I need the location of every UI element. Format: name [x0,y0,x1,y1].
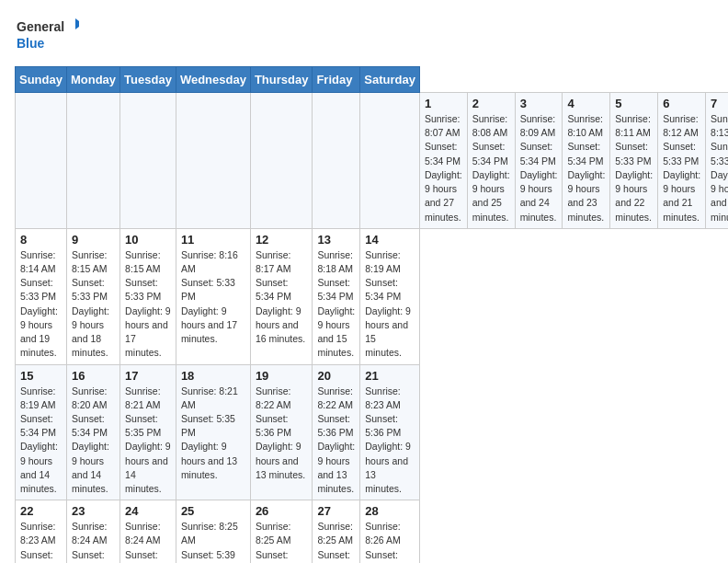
day-number: 19 [256,369,308,383]
calendar-cell: 19Sunrise: 8:22 AMSunset: 5:36 PMDayligh… [250,364,313,500]
calendar-cell [360,93,420,229]
calendar-cell: 18Sunrise: 8:21 AMSunset: 5:35 PMDayligh… [176,364,250,500]
calendar-week-row: 15Sunrise: 8:19 AMSunset: 5:34 PMDayligh… [16,364,729,500]
day-number: 15 [20,369,62,383]
day-number: 2 [472,97,510,110]
calendar-week-row: 1Sunrise: 8:07 AMSunset: 5:34 PMDaylight… [16,93,729,229]
calendar-cell: 8Sunrise: 8:14 AMSunset: 5:33 PMDaylight… [16,228,67,364]
calendar-header-friday: Friday [313,67,360,93]
calendar-cell: 26Sunrise: 8:25 AMSunset: 5:39 PMDayligh… [250,500,313,563]
logo-icon: General Blue [15,15,79,55]
day-number: 4 [567,97,605,110]
day-info: Sunrise: 8:14 AMSunset: 5:33 PMDaylight:… [20,248,62,361]
calendar-cell: 22Sunrise: 8:23 AMSunset: 5:37 PMDayligh… [16,500,67,563]
day-number: 23 [72,504,115,518]
calendar-cell [66,93,119,229]
day-number: 21 [365,369,415,383]
calendar-cell: 9Sunrise: 8:15 AMSunset: 5:33 PMDaylight… [66,228,119,364]
day-info: Sunrise: 8:24 AMSunset: 5:37 PMDaylight:… [72,520,115,563]
calendar-cell: 21Sunrise: 8:23 AMSunset: 5:36 PMDayligh… [360,364,420,500]
day-info: Sunrise: 8:26 AMSunset: 5:41 PMDaylight:… [365,520,415,563]
day-info: Sunrise: 8:08 AMSunset: 5:34 PMDaylight:… [472,112,510,224]
day-number: 14 [365,233,415,247]
day-number: 27 [317,504,355,518]
calendar-header-saturday: Saturday [360,67,420,93]
day-info: Sunrise: 8:16 AMSunset: 5:33 PMDaylight:… [181,248,245,347]
calendar-cell [176,93,250,229]
day-info: Sunrise: 8:13 AMSunset: 5:33 PMDaylight:… [711,112,728,224]
day-info: Sunrise: 8:11 AMSunset: 5:33 PMDaylight:… [615,112,653,224]
day-number: 17 [125,369,171,383]
calendar-cell: 7Sunrise: 8:13 AMSunset: 5:33 PMDaylight… [706,93,728,229]
calendar-cell [16,93,67,229]
day-info: Sunrise: 8:25 AMSunset: 5:40 PMDaylight:… [317,520,355,563]
day-number: 20 [317,369,355,383]
day-info: Sunrise: 8:09 AMSunset: 5:34 PMDaylight:… [520,112,558,224]
calendar-header-tuesday: Tuesday [120,67,176,93]
calendar-week-row: 8Sunrise: 8:14 AMSunset: 5:33 PMDaylight… [16,228,729,364]
page-header: General Blue [15,15,713,55]
day-number: 10 [125,233,171,247]
calendar-header-monday: Monday [66,67,119,93]
calendar-cell: 27Sunrise: 8:25 AMSunset: 5:40 PMDayligh… [313,500,360,563]
calendar-cell: 24Sunrise: 8:24 AMSunset: 5:38 PMDayligh… [120,500,176,563]
calendar-cell: 14Sunrise: 8:19 AMSunset: 5:34 PMDayligh… [360,228,420,364]
svg-text:General: General [17,19,64,34]
calendar-header-sunday: Sunday [16,67,67,93]
day-info: Sunrise: 8:22 AMSunset: 5:36 PMDaylight:… [256,385,308,483]
calendar-cell: 25Sunrise: 8:25 AMSunset: 5:39 PMDayligh… [176,500,250,563]
calendar-cell [120,93,176,229]
day-number: 28 [365,504,415,518]
day-number: 7 [711,97,728,110]
day-info: Sunrise: 8:24 AMSunset: 5:38 PMDaylight:… [125,520,171,563]
calendar-cell: 11Sunrise: 8:16 AMSunset: 5:33 PMDayligh… [176,228,250,364]
day-number: 9 [72,233,115,247]
day-number: 8 [20,233,62,247]
calendar-cell: 20Sunrise: 8:22 AMSunset: 5:36 PMDayligh… [313,364,360,500]
day-number: 1 [425,97,462,110]
day-info: Sunrise: 8:25 AMSunset: 5:39 PMDaylight:… [181,520,245,563]
day-number: 24 [125,504,171,518]
logo: General Blue [15,15,79,55]
day-number: 16 [72,369,115,383]
calendar-cell: 15Sunrise: 8:19 AMSunset: 5:34 PMDayligh… [16,364,67,500]
calendar-cell: 12Sunrise: 8:17 AMSunset: 5:34 PMDayligh… [250,228,313,364]
calendar-cell: 4Sunrise: 8:10 AMSunset: 5:34 PMDaylight… [563,93,610,229]
svg-marker-2 [75,18,79,29]
day-number: 18 [181,369,245,383]
calendar-cell: 16Sunrise: 8:20 AMSunset: 5:34 PMDayligh… [66,364,119,500]
day-number: 3 [520,97,558,110]
day-info: Sunrise: 8:15 AMSunset: 5:33 PMDaylight:… [72,248,115,361]
day-info: Sunrise: 8:25 AMSunset: 5:39 PMDaylight:… [256,520,308,563]
day-number: 13 [317,233,355,247]
calendar-cell: 28Sunrise: 8:26 AMSunset: 5:41 PMDayligh… [360,500,420,563]
calendar-cell: 10Sunrise: 8:15 AMSunset: 5:33 PMDayligh… [120,228,176,364]
day-info: Sunrise: 8:23 AMSunset: 5:37 PMDaylight:… [20,520,62,563]
day-info: Sunrise: 8:20 AMSunset: 5:34 PMDaylight:… [72,385,115,497]
day-number: 11 [181,233,245,247]
day-info: Sunrise: 8:12 AMSunset: 5:33 PMDaylight:… [663,112,700,224]
calendar-header-thursday: Thursday [250,67,313,93]
day-info: Sunrise: 8:22 AMSunset: 5:36 PMDaylight:… [317,385,355,497]
svg-text:Blue: Blue [17,36,45,51]
day-info: Sunrise: 8:19 AMSunset: 5:34 PMDaylight:… [365,248,415,361]
calendar-table: SundayMondayTuesdayWednesdayThursdayFrid… [15,66,728,563]
calendar-header-wednesday: Wednesday [176,67,250,93]
day-info: Sunrise: 8:07 AMSunset: 5:34 PMDaylight:… [425,112,462,224]
day-info: Sunrise: 8:19 AMSunset: 5:34 PMDaylight:… [20,385,62,497]
calendar-cell [250,93,313,229]
calendar-cell: 3Sunrise: 8:09 AMSunset: 5:34 PMDaylight… [515,93,563,229]
day-number: 26 [256,504,308,518]
day-info: Sunrise: 8:18 AMSunset: 5:34 PMDaylight:… [317,248,355,361]
day-number: 5 [615,97,653,110]
calendar-cell: 5Sunrise: 8:11 AMSunset: 5:33 PMDaylight… [610,93,658,229]
calendar-cell: 2Sunrise: 8:08 AMSunset: 5:34 PMDaylight… [467,93,515,229]
day-info: Sunrise: 8:23 AMSunset: 5:36 PMDaylight:… [365,385,415,497]
calendar-cell: 13Sunrise: 8:18 AMSunset: 5:34 PMDayligh… [313,228,360,364]
calendar-cell: 1Sunrise: 8:07 AMSunset: 5:34 PMDaylight… [419,93,467,229]
calendar-cell: 17Sunrise: 8:21 AMSunset: 5:35 PMDayligh… [120,364,176,500]
calendar-cell: 6Sunrise: 8:12 AMSunset: 5:33 PMDaylight… [658,93,706,229]
day-number: 12 [256,233,308,247]
calendar-week-row: 22Sunrise: 8:23 AMSunset: 5:37 PMDayligh… [16,500,729,563]
day-number: 22 [20,504,62,518]
